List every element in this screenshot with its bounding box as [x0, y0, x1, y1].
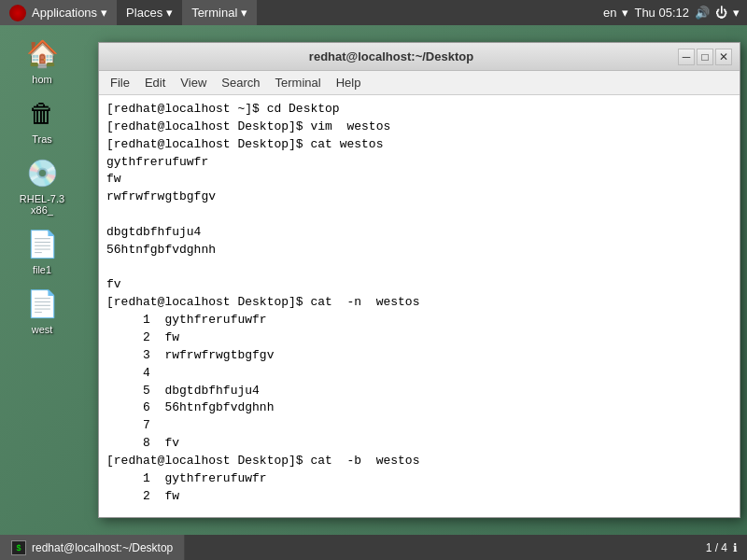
terminal-arrow: ▾	[241, 6, 247, 20]
westos-label: west	[32, 324, 53, 335]
places-arrow: ▾	[166, 6, 173, 20]
minimize-button[interactable]: ─	[678, 49, 695, 65]
taskbar-terminal-item[interactable]: $ redhat@localhost:~/Desktop	[0, 535, 185, 560]
taskbar-bottom: $ redhat@localhost:~/Desktop 1 / 4 ℹ	[0, 535, 747, 560]
terminal-task-icon: $	[11, 540, 26, 555]
terminal-menu[interactable]: Terminal ▾	[182, 0, 257, 25]
terminal-titlebar: redhat@localhost:~/Desktop ─ □ ✕	[99, 43, 740, 71]
desktop-icon-rhel[interactable]: 💿 RHEL-7.3x86_	[9, 154, 75, 216]
pager-info-icon[interactable]: ℹ	[733, 541, 738, 554]
rhel-logo	[9, 5, 26, 21]
applications-menu[interactable]: Applications ▾	[0, 0, 117, 25]
home-label: hom	[32, 74, 51, 85]
file1-label: file1	[33, 264, 51, 275]
menu-search[interactable]: Search	[214, 74, 267, 91]
menu-edit[interactable]: Edit	[137, 74, 173, 91]
desktop-icon-home[interactable]: 🏠 hom	[9, 35, 75, 85]
language-indicator[interactable]: en	[603, 6, 616, 20]
terminal-task-label: redhat@localhost:~/Desktop	[32, 541, 173, 554]
desktop-icon-westos[interactable]: 📄 west	[9, 285, 75, 335]
clock: Thu 05:12	[634, 6, 689, 20]
taskbar-right: en ▾ Thu 05:12 🔊 ⏻ ▾	[603, 6, 747, 20]
desktop-icon-file1[interactable]: 📄 file1	[9, 225, 75, 275]
pager-text: 1 / 4	[706, 541, 727, 554]
terminal-content[interactable]: [redhat@localhost ~]$ cd Desktop [redhat…	[99, 95, 740, 517]
menu-view[interactable]: View	[173, 74, 214, 91]
power-arrow: ▾	[733, 6, 740, 20]
desktop-icons: 🏠 hom 🗑 Tras 💿 RHEL-7.3x86_ 📄 file1 📄 we…	[9, 35, 75, 335]
terminal-label: Terminal	[191, 6, 237, 20]
volume-icon[interactable]: 🔊	[695, 6, 710, 20]
applications-arrow: ▾	[101, 6, 107, 20]
applications-label: Applications	[32, 6, 97, 20]
taskbar-top: Applications ▾ Places ▾ Terminal ▾ en ▾ …	[0, 0, 747, 25]
power-icon[interactable]: ⏻	[715, 6, 727, 20]
lang-arrow: ▾	[622, 6, 628, 20]
menu-terminal[interactable]: Terminal	[268, 74, 329, 91]
file1-icon: 📄	[23, 225, 61, 262]
taskbar-left: Applications ▾ Places ▾ Terminal ▾	[0, 0, 257, 25]
terminal-title: redhat@localhost:~/Desktop	[106, 49, 676, 63]
maximize-button[interactable]: □	[697, 49, 713, 65]
places-label: Places	[126, 6, 162, 20]
rhel-disc-icon: 💿	[23, 154, 61, 191]
menu-file[interactable]: File	[103, 74, 137, 91]
rhel-label: RHEL-7.3x86_	[20, 193, 64, 216]
trash-label: Tras	[32, 133, 52, 145]
terminal-window: redhat@localhost:~/Desktop ─ □ ✕ File Ed…	[98, 42, 740, 518]
home-icon: 🏠	[23, 35, 61, 72]
menu-help[interactable]: Help	[329, 74, 369, 91]
workspace-pager: 1 / 4 ℹ	[697, 541, 747, 554]
trash-icon: 🗑	[23, 94, 61, 132]
westos-icon: 📄	[23, 285, 61, 322]
desktop-icon-trash[interactable]: 🗑 Tras	[9, 94, 75, 145]
close-button[interactable]: ✕	[715, 49, 732, 65]
places-menu[interactable]: Places ▾	[117, 0, 182, 25]
desktop: 🏠 hom 🗑 Tras 💿 RHEL-7.3x86_ 📄 file1 📄 we…	[0, 25, 747, 535]
terminal-menubar: File Edit View Search Terminal Help	[99, 71, 740, 95]
terminal-text: [redhat@localhost ~]$ cd Desktop [redhat…	[106, 101, 732, 505]
